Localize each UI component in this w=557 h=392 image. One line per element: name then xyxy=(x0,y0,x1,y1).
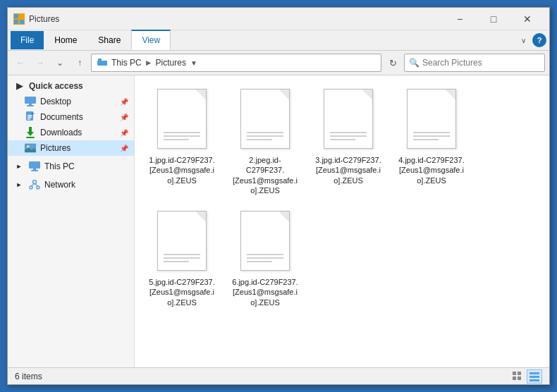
sidebar-network-label: Network xyxy=(44,180,75,190)
thispc-icon xyxy=(29,161,40,172)
svg-point-18 xyxy=(27,145,30,148)
file-item[interactable]: 5.jpg.id-C279F237.[Zeus1@msgsafe.io].ZEU… xyxy=(143,206,221,312)
file-name: 2.jpeg.id-C279F237.[Zeus1@msgsafe.io].ZE… xyxy=(231,155,299,195)
sidebar-item-network[interactable]: ► Network xyxy=(8,177,134,192)
maximize-button[interactable]: □ xyxy=(477,8,510,30)
svg-marker-10 xyxy=(32,111,35,114)
file-name: 1.jpg.id-C279F237.[Zeus1@msgsafe.io].ZEU… xyxy=(148,155,216,185)
ribbon-expand-icon[interactable]: ∨ xyxy=(517,34,530,47)
explorer-window: Pictures − □ ✕ File Home Share View ∨ ? … xyxy=(7,7,550,385)
dropdown-button[interactable]: ⌄ xyxy=(51,54,68,71)
svg-rect-33 xyxy=(530,376,539,378)
file-item[interactable]: 6.jpg.id-C279F237.[Zeus1@msgsafe.io].ZEU… xyxy=(226,206,304,312)
file-item[interactable]: 3.jpg.id-C279F237.[Zeus1@msgsafe.io].ZEU… xyxy=(310,84,387,200)
file-item[interactable]: 1.jpg.id-C279F237.[Zeus1@msgsafe.io].ZEU… xyxy=(143,84,221,200)
documents-icon xyxy=(25,111,36,123)
help-icon[interactable]: ? xyxy=(532,33,546,47)
svg-rect-5 xyxy=(97,61,107,66)
svg-rect-14 xyxy=(29,127,32,133)
path-icon xyxy=(97,57,107,69)
svg-rect-31 xyxy=(518,376,521,380)
svg-line-26 xyxy=(31,184,35,187)
ribbon-tab-list: File Home Share View ∨ ? xyxy=(8,30,549,50)
thispc-expand-icon: ► xyxy=(13,161,25,172)
sidebar-downloads-label: Downloads xyxy=(40,128,82,137)
file-lines xyxy=(330,132,367,142)
title-bar: Pictures − □ ✕ xyxy=(8,8,549,30)
network-section: ► Network xyxy=(8,177,134,192)
svg-rect-32 xyxy=(530,372,539,374)
forward-button[interactable]: → xyxy=(32,54,49,71)
svg-rect-13 xyxy=(27,118,30,120)
tab-file[interactable]: File xyxy=(11,31,44,49)
view-medium-icons-button[interactable] xyxy=(510,369,525,384)
desktop-icon xyxy=(25,96,36,107)
sidebar-item-desktop[interactable]: Desktop 📌 xyxy=(8,94,134,109)
thispc-section: ► This PC xyxy=(8,159,134,174)
path-thispc[interactable]: This PC xyxy=(111,58,142,68)
pictures-icon xyxy=(25,142,36,154)
main-content: ▶ Quick access Desktop 📌 xyxy=(8,75,549,367)
search-icon: 🔍 xyxy=(409,58,420,68)
file-icon xyxy=(154,89,210,152)
svg-point-23 xyxy=(33,180,37,184)
file-page-shape xyxy=(240,211,290,271)
svg-rect-22 xyxy=(31,170,38,171)
svg-rect-28 xyxy=(513,372,516,375)
up-button[interactable]: ↑ xyxy=(71,54,88,71)
svg-rect-11 xyxy=(27,115,32,116)
sidebar: ▶ Quick access Desktop 📌 xyxy=(8,75,135,367)
status-bar: 6 items xyxy=(8,367,549,384)
search-box[interactable]: 🔍 xyxy=(404,54,545,72)
path-dropdown-arrow[interactable]: ▼ xyxy=(186,54,202,71)
tab-home[interactable]: Home xyxy=(44,30,87,50)
view-controls xyxy=(510,369,542,384)
back-button[interactable]: ← xyxy=(12,54,29,71)
sidebar-desktop-label: Desktop xyxy=(40,97,71,106)
quickaccess-expand-icon: ▶ xyxy=(13,80,25,92)
svg-rect-2 xyxy=(14,20,18,24)
svg-line-27 xyxy=(35,184,38,187)
file-lines xyxy=(164,254,200,264)
refresh-button[interactable]: ↻ xyxy=(384,54,401,72)
downloads-icon xyxy=(25,127,36,138)
file-name: 4.jpg.id-C279F237.[Zeus1@msgsafe.io].ZEU… xyxy=(398,155,465,185)
svg-rect-29 xyxy=(518,372,521,375)
svg-rect-30 xyxy=(513,376,516,380)
pin-icon: 📌 xyxy=(120,98,128,106)
file-item[interactable]: 4.jpg.id-C279F237.[Zeus1@msgsafe.io].ZEU… xyxy=(393,84,470,200)
tab-share[interactable]: Share xyxy=(87,30,131,50)
sidebar-quickaccess-label: Quick access xyxy=(29,81,83,91)
window-title: Pictures xyxy=(29,14,443,24)
file-page-shape xyxy=(324,89,373,149)
file-page-shape xyxy=(157,89,207,149)
sidebar-item-pictures[interactable]: Pictures 📌 xyxy=(8,140,134,156)
svg-rect-8 xyxy=(27,105,34,106)
path-pictures[interactable]: Pictures xyxy=(156,58,186,68)
sidebar-item-downloads[interactable]: Downloads 📌 xyxy=(8,125,134,140)
address-path[interactable]: This PC ► Pictures ▼ xyxy=(91,54,381,72)
file-page-shape xyxy=(157,211,207,271)
quickaccess-section: ▶ Quick access Desktop 📌 xyxy=(8,78,134,156)
file-item[interactable]: 2.jpeg.id-C279F237.[Zeus1@msgsafe.io].ZE… xyxy=(226,84,304,200)
file-lines xyxy=(164,132,200,142)
minimize-button[interactable]: − xyxy=(443,8,476,30)
file-page-shape xyxy=(240,89,290,149)
file-icon xyxy=(154,211,210,274)
svg-rect-1 xyxy=(20,14,24,18)
pin-icon-docs: 📌 xyxy=(120,114,128,121)
address-bar: ← → ⌄ ↑ This PC ► Pictures ▼ ↻ 🔍 xyxy=(8,51,549,75)
svg-rect-21 xyxy=(33,169,36,170)
svg-rect-3 xyxy=(20,20,24,24)
search-input[interactable] xyxy=(422,58,540,68)
path-segment: This PC ► Pictures xyxy=(97,57,186,69)
window-controls: − □ ✕ xyxy=(443,8,544,30)
tab-view[interactable]: View xyxy=(131,30,171,50)
view-details-button[interactable] xyxy=(527,369,542,384)
status-count: 6 items xyxy=(15,372,510,381)
sidebar-item-documents[interactable]: Documents 📌 xyxy=(8,109,134,125)
pin-icon-dl: 📌 xyxy=(120,129,128,137)
file-name: 5.jpg.id-C279F237.[Zeus1@msgsafe.io].ZEU… xyxy=(148,277,216,307)
close-button[interactable]: ✕ xyxy=(511,8,544,30)
sidebar-item-thispc[interactable]: ► This PC xyxy=(8,159,134,174)
